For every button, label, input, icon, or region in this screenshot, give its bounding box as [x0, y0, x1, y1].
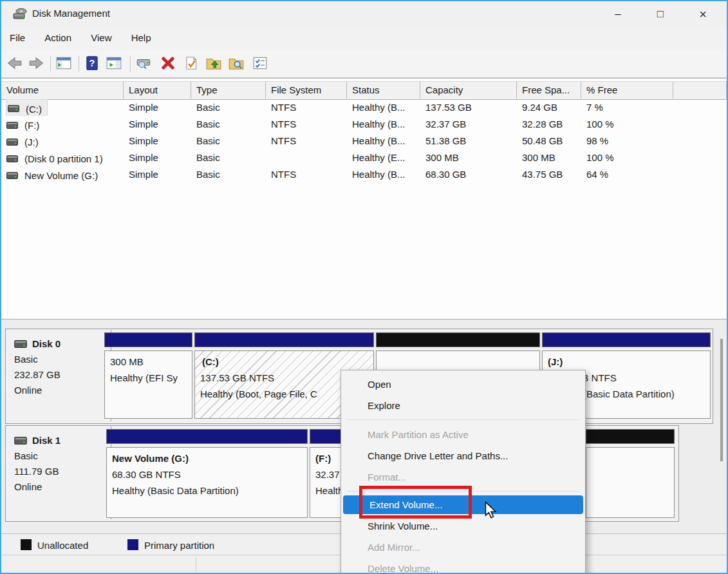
- partition-g[interactable]: New Volume (G:) 68.30 GB NTFSHealthy (Ba…: [106, 429, 308, 518]
- column-header-filler: [673, 82, 727, 99]
- disk-1-info[interactable]: Disk 1 Basic 111.79 GB Online: [6, 426, 111, 519]
- disk-status: Online: [14, 479, 111, 495]
- primary-partition-bar: [542, 332, 711, 347]
- menu-item-mark-partition-active: Mark Partition as Active: [341, 424, 585, 445]
- column-header-type[interactable]: Type: [191, 82, 266, 99]
- console-tree-window-icon[interactable]: [55, 55, 73, 73]
- column-header-pct-free[interactable]: % Free: [581, 82, 673, 99]
- minimize-button[interactable]: –: [603, 1, 633, 27]
- volume-list-pane: Volume Layout Type File System Status Ca…: [1, 78, 727, 320]
- volume-drive-icon: [8, 105, 19, 112]
- menu-action[interactable]: Action: [36, 27, 80, 50]
- folder-explore-search-icon[interactable]: [228, 55, 246, 73]
- toolbar: ?: [1, 50, 727, 78]
- unallocated-legend-label: Unallocated: [37, 540, 88, 551]
- table-row[interactable]: (Disk 0 partition 1) Simple Basic Health…: [1, 149, 727, 166]
- primary-partition-bar: [194, 332, 374, 347]
- menu-separator: [347, 419, 579, 420]
- window-title: Disk Management: [32, 8, 110, 19]
- column-header-volume[interactable]: Volume: [1, 82, 124, 99]
- column-header-free-space[interactable]: Free Spa...: [517, 82, 581, 99]
- unallocated-bar: [376, 332, 540, 347]
- folder-open-up-icon[interactable]: [205, 55, 223, 73]
- primary-partition-legend-swatch: [127, 539, 138, 550]
- volume-drive-icon: [6, 122, 18, 129]
- action-pane-window-icon[interactable]: [106, 55, 124, 73]
- volume-drive-icon: [6, 155, 18, 162]
- table-row[interactable]: (F:) Simple Basic NTFS Healthy (B... 32.…: [1, 116, 727, 133]
- mouse-cursor-icon: [484, 501, 499, 522]
- unallocated-legend-swatch: [21, 539, 32, 550]
- column-header-file-system[interactable]: File System: [266, 82, 347, 99]
- column-header-capacity[interactable]: Capacity: [420, 82, 517, 99]
- close-button[interactable]: ×: [688, 1, 718, 27]
- primary-partition-legend-label: Primary partition: [144, 540, 214, 551]
- table-row[interactable]: (C:) Simple Basic NTFS Healthy (B... 137…: [1, 99, 727, 116]
- disk-size: 232.87 GB: [14, 367, 111, 383]
- disk-status: Online: [14, 383, 111, 398]
- extend-volume-annotation-box: [359, 486, 472, 519]
- volume-drive-icon: [6, 172, 18, 179]
- checklist-icon[interactable]: [252, 55, 270, 73]
- disk-type: Basic: [14, 352, 111, 367]
- forward-arrow-icon[interactable]: [28, 55, 46, 73]
- disk-management-window: Disk Management – □ × File Action View H…: [0, 0, 728, 574]
- menu-view[interactable]: View: [82, 27, 120, 50]
- disk-0-info[interactable]: Disk 0 Basic 232.87 GB Online: [6, 330, 111, 421]
- menu-item-open[interactable]: Open: [341, 374, 585, 395]
- column-header-layout[interactable]: Layout: [124, 82, 191, 99]
- disk-icon: [14, 340, 27, 348]
- menu-item-add-mirror: Add Mirror...: [341, 537, 585, 558]
- toolbar-separator: [79, 56, 79, 72]
- disk-type: Basic: [14, 448, 111, 464]
- column-header-status[interactable]: Status: [347, 82, 420, 99]
- menu-item-format: Format...: [341, 466, 585, 488]
- app-disk-icon: [13, 7, 27, 22]
- partition-unallocated-disk1[interactable]: [586, 429, 675, 518]
- primary-partition-bar: [104, 332, 192, 347]
- vertical-scrollbar[interactable]: [720, 339, 723, 461]
- disk-icon: [14, 437, 27, 445]
- disk-viewer-icon[interactable]: [135, 55, 153, 73]
- table-row[interactable]: (J:) Simple Basic NTFS Healthy (B... 51.…: [1, 133, 727, 149]
- menu-file[interactable]: File: [1, 27, 33, 50]
- menu-help[interactable]: Help: [123, 27, 160, 50]
- status-bar-divider: [196, 557, 196, 571]
- menu-bar: File Action View Help: [1, 27, 727, 50]
- menu-item-change-drive-letter[interactable]: Change Drive Letter and Paths...: [341, 445, 585, 466]
- table-row[interactable]: New Volume (G:) Simple Basic NTFS Health…: [1, 166, 727, 183]
- disk-size: 111.79 GB: [14, 464, 111, 479]
- menu-item-delete-volume: Delete Volume...: [341, 558, 585, 574]
- disk-name: Disk 1: [32, 433, 61, 448]
- title-bar: Disk Management – □ ×: [1, 1, 727, 27]
- help-icon[interactable]: ?: [84, 55, 102, 73]
- svg-text:?: ?: [89, 57, 95, 68]
- disk-name: Disk 0: [32, 336, 61, 352]
- toolbar-separator: [130, 56, 131, 72]
- partition-context-menu: Open Explore Mark Partition as Active Ch…: [341, 370, 586, 574]
- menu-item-explore[interactable]: Explore: [341, 395, 585, 416]
- check-document-icon[interactable]: [183, 55, 201, 73]
- toolbar-separator: [50, 56, 51, 72]
- volume-drive-icon: [6, 139, 18, 146]
- back-arrow-icon[interactable]: [6, 55, 24, 73]
- partition-efi[interactable]: 300 MBHealthy (EFI Sy: [104, 332, 192, 419]
- maximize-button[interactable]: □: [646, 1, 675, 27]
- unallocated-bar: [586, 429, 675, 444]
- volume-list-header: Volume Layout Type File System Status Ca…: [1, 81, 727, 100]
- primary-partition-bar: [106, 429, 308, 444]
- delete-red-x-icon[interactable]: [160, 55, 178, 73]
